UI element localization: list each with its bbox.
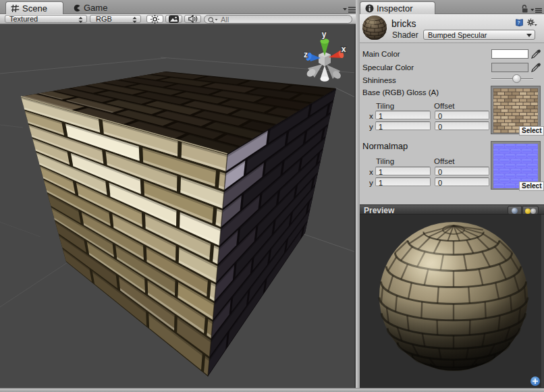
svg-text:z: z [304,50,308,59]
svg-text:y: y [322,30,327,39]
svg-text:x: x [342,45,346,54]
svg-text:?: ? [518,20,520,25]
